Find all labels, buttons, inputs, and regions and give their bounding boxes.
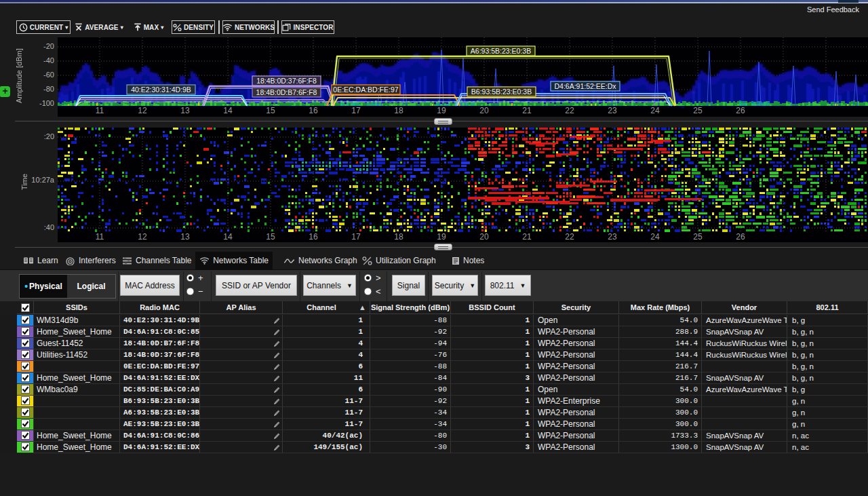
svg-text:11: 11 xyxy=(96,232,104,242)
svg-text:18: 18 xyxy=(394,232,403,242)
svg-text:18:4B:0D:B7:6F:F8: 18:4B:0D:B7:6F:F8 xyxy=(256,88,317,96)
svg-text:25: 25 xyxy=(693,232,703,242)
svg-text:15: 15 xyxy=(266,106,275,115)
svg-text:20: 20 xyxy=(479,106,489,115)
svg-text:17: 17 xyxy=(351,232,361,242)
svg-text:22: 22 xyxy=(565,106,574,115)
svg-text:0E:EC:DA:BD:FE:97: 0E:EC:DA:BD:FE:97 xyxy=(333,85,398,94)
svg-text:26: 26 xyxy=(736,106,745,115)
svg-text:15: 15 xyxy=(266,232,275,242)
svg-text:12: 12 xyxy=(138,232,147,242)
svg-text:25: 25 xyxy=(693,106,703,115)
svg-text:A6:93:5B:23:E0:3B: A6:93:5B:23:E0:3B xyxy=(471,47,531,55)
svg-text:13: 13 xyxy=(180,232,190,242)
svg-text:14: 14 xyxy=(223,106,233,115)
svg-text:22: 22 xyxy=(565,232,574,242)
svg-text:18:4B:0D:37:6F:F8: 18:4B:0D:37:6F:F8 xyxy=(256,77,317,85)
svg-text:11: 11 xyxy=(96,106,104,115)
svg-text:D4:6A:91:52:EE:Dx: D4:6A:91:52:EE:Dx xyxy=(554,82,616,90)
svg-text:23: 23 xyxy=(608,232,617,242)
svg-text:19: 19 xyxy=(437,232,446,242)
svg-text:14: 14 xyxy=(223,232,233,242)
svg-text:13: 13 xyxy=(180,106,190,115)
svg-text:B6:93:5B:23:E0:3B: B6:93:5B:23:E0:3B xyxy=(471,88,532,96)
svg-text:16: 16 xyxy=(309,232,318,242)
svg-text:40:E2:30:31:4D:9B: 40:E2:30:31:4D:9B xyxy=(131,85,191,94)
svg-text:23: 23 xyxy=(608,106,617,115)
svg-text:17: 17 xyxy=(351,106,361,115)
svg-text:12: 12 xyxy=(138,106,147,115)
svg-text:24: 24 xyxy=(650,232,660,242)
svg-text:20: 20 xyxy=(479,232,489,242)
svg-text:21: 21 xyxy=(522,232,532,242)
svg-text:19: 19 xyxy=(437,106,446,115)
svg-text:18: 18 xyxy=(394,106,403,115)
svg-text:16: 16 xyxy=(309,106,318,115)
svg-text:24: 24 xyxy=(650,106,660,115)
svg-text:26: 26 xyxy=(736,232,745,242)
svg-text:21: 21 xyxy=(522,106,532,115)
